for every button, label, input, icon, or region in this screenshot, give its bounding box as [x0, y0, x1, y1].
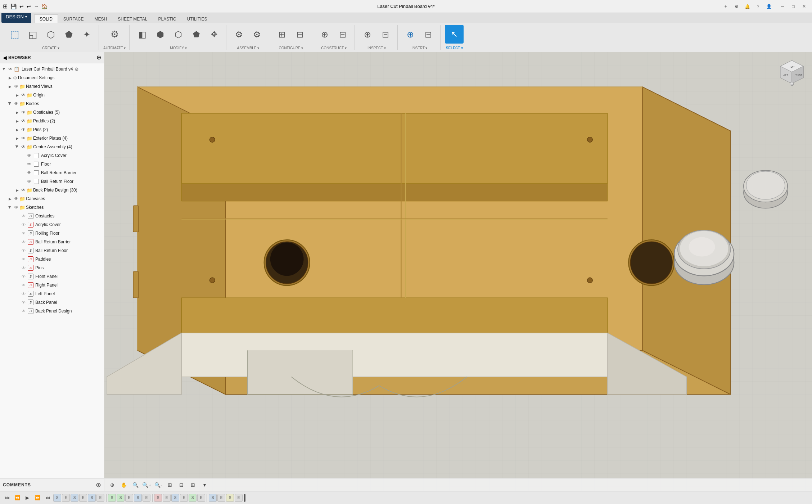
bodies-eye[interactable]: 👁 [13, 100, 19, 107]
ext-plates-eye[interactable]: 👁 [20, 135, 27, 141]
root-eye[interactable]: 👁 [7, 66, 14, 72]
canvases-arrow[interactable]: ▶ [7, 196, 13, 202]
modify-move-btn[interactable]: ✥ [206, 25, 222, 44]
view-options-btn[interactable]: ⊟ [176, 480, 186, 490]
tree-paddles[interactable]: ▶ 👁 📁 Paddles (2) [0, 117, 104, 125]
tree-floor-body[interactable]: 👁 Floor [0, 160, 104, 168]
automate-btn[interactable]: ⚙ [105, 25, 124, 44]
display-settings-btn[interactable]: ⊞ [165, 480, 175, 490]
tree-named-views[interactable]: ▶ 👁 📁 Named Views [0, 82, 104, 91]
tree-sketches[interactable]: ▶ 👁 📁 Sketches [0, 203, 104, 212]
configure-table-btn[interactable]: ⊞ [274, 25, 290, 44]
tree-bodies[interactable]: ▶ 👁 📁 Bodies [0, 99, 104, 108]
timeline-step-2[interactable]: E [62, 494, 70, 502]
tree-ball-return-barrier-sketch[interactable]: 👁 S Ball Return Barrier [0, 238, 104, 246]
tree-origin[interactable]: ▶ 👁 📁 Origin [0, 91, 104, 99]
more-btn[interactable]: ▾ [199, 480, 209, 490]
timeline-step-1[interactable]: S [53, 494, 61, 502]
minimize-btn[interactable]: ─ [777, 2, 788, 11]
timeline-step-20[interactable]: S [226, 494, 234, 502]
barrier-eye[interactable]: 👁 [26, 170, 32, 176]
tree-front-panel-sketch[interactable]: 👁 S Front Panel [0, 272, 104, 281]
browser-settings-btn[interactable]: ⊕ [96, 54, 101, 61]
obsticales-arrow[interactable]: ▶ [14, 109, 20, 115]
centre-eye[interactable]: 👁 [20, 144, 27, 150]
fp-sk-eye[interactable]: 👁 [20, 273, 27, 280]
root-arrow[interactable]: ▶ [1, 66, 7, 72]
tree-right-panel-sketch[interactable]: 👁 S Right Panel [0, 281, 104, 289]
modify-press-pull-btn[interactable]: ◧ [134, 25, 150, 44]
create-more-btn[interactable]: ✦ [78, 25, 95, 44]
timeline-play[interactable]: ▶ [23, 494, 32, 502]
tree-pins-sketch[interactable]: 👁 S Pins [0, 264, 104, 272]
rolling-sk-eye[interactable]: 👁 [20, 230, 27, 237]
timeline-prev[interactable]: ⏪ [13, 494, 22, 502]
timeline-step-17[interactable]: E [197, 494, 205, 502]
create-extrude-btn[interactable]: ◱ [24, 25, 41, 44]
tree-back-panel-sketch[interactable]: 👁 S Back Panel [0, 298, 104, 307]
zoom-out-btn[interactable]: 🔍- [153, 480, 163, 490]
sketches-arrow[interactable]: ▶ [7, 204, 13, 210]
pins-arrow[interactable]: ▶ [14, 127, 20, 132]
tree-rolling-floor-sketch[interactable]: 👁 S Rolling Floor [0, 229, 104, 238]
create-sweep-btn[interactable]: ⬟ [60, 25, 77, 44]
paddles-eye[interactable]: 👁 [20, 118, 27, 124]
timeline-step-3[interactable]: S [71, 494, 78, 502]
timeline-step-15[interactable]: E [180, 494, 188, 502]
tree-document-settings[interactable]: ▶ ⚙ Document Settings [0, 73, 104, 82]
comments-add-btn[interactable]: ⊕ [96, 481, 101, 489]
grid-btn[interactable]: ⊞ [188, 480, 198, 490]
back-plate-arrow[interactable]: ▶ [14, 187, 20, 193]
timeline-step-4[interactable]: E [79, 494, 87, 502]
close-btn[interactable]: ✕ [799, 2, 809, 11]
timeline-step-9[interactable]: E [125, 494, 133, 502]
insert-more-btn[interactable]: ⊟ [420, 25, 437, 44]
timeline-step-8[interactable]: S [117, 494, 125, 502]
timeline-step-5[interactable]: S [88, 494, 96, 502]
timeline-step-7[interactable]: S [108, 494, 116, 502]
named-views-arrow[interactable]: ▶ [7, 84, 13, 89]
tree-obsticales[interactable]: ▶ 👁 📁 Obsticales (5) [0, 108, 104, 117]
notification-btn[interactable]: 🔔 [742, 2, 752, 11]
construct-plane-btn[interactable]: ⊕ [316, 25, 333, 44]
timeline-step-13[interactable]: E [163, 494, 171, 502]
new-tab-btn[interactable]: + [721, 2, 731, 11]
create-new-component-btn[interactable]: ⬚ [6, 25, 23, 44]
tree-left-panel-sketch[interactable]: 👁 S Left Panel [0, 289, 104, 298]
timeline-step-16[interactable]: S [189, 494, 197, 502]
tree-ball-return-barrier-body[interactable]: 👁 Ball Return Barrier [0, 168, 104, 177]
origin-eye[interactable]: 👁 [20, 92, 27, 98]
bodies-arrow[interactable]: ▶ [7, 101, 13, 107]
configure-more-btn[interactable]: ⊟ [292, 25, 308, 44]
tree-back-panel-design-sketch[interactable]: 👁 S Back Panel Design [0, 307, 104, 315]
timeline-step-11[interactable]: E [143, 494, 150, 502]
back-plate-eye[interactable]: 👁 [20, 187, 27, 193]
floor-eye[interactable]: 👁 [26, 161, 32, 167]
viewport[interactable]: TOP LEFT FRONT ⌂ ⊕ ✋ 🔍 🔍+ 🔍- ⊞ ⊟ ⊞ ▾ [104, 52, 812, 491]
timeline-next[interactable]: ⏩ [33, 494, 42, 502]
zoom-btn[interactable]: 🔍 [130, 480, 140, 490]
tree-pins[interactable]: ▶ 👁 📁 Pins (2) [0, 125, 104, 134]
browser-collapse-btn[interactable]: ◀ [3, 55, 7, 60]
assemble-joint-btn[interactable]: ⚙ [231, 25, 247, 44]
nav-cube[interactable]: TOP LEFT FRONT ⌂ [777, 58, 806, 86]
tab-plastic[interactable]: PLASTIC [153, 14, 181, 23]
origin-arrow[interactable]: ▶ [14, 92, 20, 98]
tree-ball-return-floor-sketch[interactable]: 👁 S Ball Return Floor [0, 246, 104, 255]
maximize-btn[interactable]: □ [788, 2, 798, 11]
tree-canvases[interactable]: ▶ 👁 📁 Canvases [0, 194, 104, 203]
settings-btn[interactable]: ⚙ [731, 2, 741, 11]
select-btn[interactable]: ↖ [445, 25, 464, 44]
pan-btn[interactable]: ✋ [119, 480, 129, 490]
insert-btn[interactable]: ⊕ [402, 25, 419, 44]
construct-axis-btn[interactable]: ⊟ [334, 25, 351, 44]
user-btn[interactable]: 👤 [764, 2, 774, 11]
timeline-step-18[interactable]: S [209, 494, 217, 502]
tab-surface[interactable]: SURFACE [58, 14, 89, 23]
tab-sheetmetal[interactable]: SHEET METAL [112, 14, 153, 23]
brf-eye[interactable]: 👁 [26, 178, 32, 185]
tree-centre-assembly[interactable]: ▶ 👁 📁 Centre Assembly (4) [0, 143, 104, 151]
tab-mesh[interactable]: MESH [89, 14, 113, 23]
timeline-step-12[interactable]: S [154, 494, 162, 502]
canvases-eye[interactable]: 👁 [13, 195, 19, 202]
